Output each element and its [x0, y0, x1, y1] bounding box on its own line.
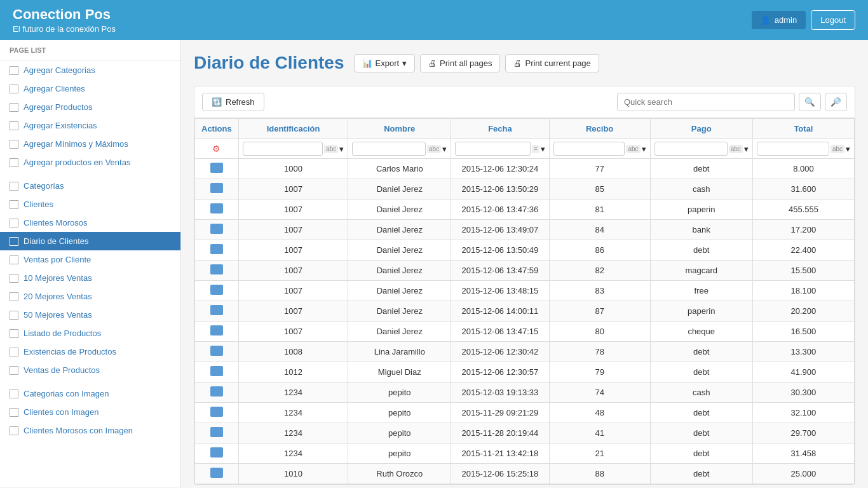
filter-nombre-dropdown[interactable]: ▾ [442, 144, 447, 154]
sidebar-item-clientes-imagen[interactable]: Clientes con Imagen [0, 403, 180, 421]
filter-pago-input[interactable] [654, 142, 728, 156]
row-action-9[interactable] [195, 342, 239, 362]
row-id-12: 1234 [238, 403, 348, 423]
row-icon-4[interactable] [210, 244, 223, 254]
sidebar-item-ventas-productos[interactable]: Ventas de Productos [0, 361, 180, 379]
row-fecha-6: 2015-12-06 13:48:15 [451, 281, 550, 301]
sidebar-item-categorias[interactable]: Categorías [0, 177, 180, 195]
row-icon-5[interactable] [210, 264, 223, 274]
filter-id-dropdown[interactable]: ▾ [339, 144, 344, 154]
row-icon-13[interactable] [210, 427, 223, 437]
row-action-8[interactable] [195, 322, 239, 342]
refresh-button[interactable]: 🔃 Refresh [202, 93, 264, 111]
print-all-button[interactable]: 🖨 Print all pages [420, 54, 500, 72]
col-header-actions[interactable]: Actions [195, 119, 239, 139]
filter-total-input[interactable] [757, 142, 829, 156]
row-icon-6[interactable] [210, 285, 223, 295]
table-row: 1007 Daniel Jerez 2015-12-06 13:48:15 83… [195, 281, 855, 301]
row-action-14[interactable] [195, 444, 239, 464]
sidebar-item-50-mejores[interactable]: 50 Mejores Ventas [0, 306, 180, 324]
sidebar-item-listado-productos[interactable]: Listado de Productos [0, 324, 180, 342]
row-action-11[interactable] [195, 383, 239, 403]
export-button[interactable]: 📊 Export ▾ [354, 54, 416, 72]
row-action-4[interactable] [195, 240, 239, 261]
filter-fecha-dropdown[interactable]: ▾ [541, 144, 545, 154]
sidebar-item-clientes[interactable]: Clientes [0, 195, 180, 214]
col-header-fecha[interactable]: Fecha [451, 119, 550, 139]
sidebar-item-existencias-productos[interactable]: Existencias de Productos [0, 342, 180, 361]
row-action-5[interactable] [195, 261, 239, 281]
filter-recibo-dropdown[interactable]: ▾ [642, 144, 646, 154]
row-icon-12[interactable] [210, 407, 223, 417]
filter-id-input[interactable] [243, 142, 323, 156]
row-total-12: 32.100 [752, 403, 854, 423]
row-action-12[interactable] [195, 403, 239, 423]
sidebar-item-diario-clientes[interactable]: Diario de Clientes [0, 232, 180, 250]
row-fecha-7: 2015-12-06 14:00:11 [451, 301, 550, 322]
row-icon-14[interactable] [210, 447, 223, 458]
col-header-recibo[interactable]: Recibo [549, 119, 650, 139]
filter-pago-dropdown[interactable]: ▾ [744, 144, 749, 154]
sidebar-item-clientes-morosos-imagen[interactable]: Clientes Morosos con Imagen [0, 421, 180, 440]
row-icon-2[interactable] [210, 203, 223, 214]
row-icon-9[interactable] [210, 346, 223, 356]
sidebar-checkbox-agregar-productos-ventas [10, 158, 18, 167]
sidebar-item-ventas-cliente[interactable]: Ventas por Cliente [0, 250, 180, 269]
sidebar-label-agregar-clientes: Agregar Clientes [24, 84, 85, 93]
filter-total-dropdown[interactable]: ▾ [846, 144, 850, 154]
row-recibo-2: 81 [549, 200, 650, 220]
row-action-7[interactable] [195, 301, 239, 322]
table-panel: 🔃 Refresh 🔍 🔎 ActionsIdentificaciónNombr [194, 86, 855, 485]
sidebar-item-agregar-minimos[interactable]: Agregar Mínimos y Máximos [0, 135, 180, 153]
row-action-3[interactable] [195, 220, 239, 240]
row-pago-15: debt [650, 464, 752, 484]
export-caret: ▾ [402, 58, 407, 68]
row-action-13[interactable] [195, 423, 239, 444]
sidebar-label-clientes-imagen: Clientes con Imagen [24, 407, 99, 417]
row-action-10[interactable] [195, 362, 239, 383]
sidebar-item-agregar-categorias[interactable]: Agregar Categorias [0, 61, 180, 79]
row-fecha-4: 2015-12-06 13:50:49 [451, 240, 550, 261]
sidebar-item-agregar-clientes[interactable]: Agregar Clientes [0, 79, 180, 98]
sidebar-item-categorias-imagen[interactable]: Categorias con Imagen [0, 384, 180, 403]
logout-button[interactable]: Logout [811, 10, 855, 30]
col-header-total[interactable]: Total [752, 119, 854, 139]
row-icon-3[interactable] [210, 224, 223, 234]
col-header-pago[interactable]: Pago [650, 119, 752, 139]
row-icon-7[interactable] [210, 305, 223, 315]
row-icon-10[interactable] [210, 366, 223, 376]
row-icon-0[interactable] [210, 163, 223, 173]
row-action-15[interactable] [195, 464, 239, 484]
row-icon-8[interactable] [210, 325, 223, 336]
row-action-0[interactable] [195, 159, 239, 179]
row-icon-11[interactable] [210, 386, 223, 396]
sidebar-item-agregar-productos-ventas[interactable]: Agregar productos en Ventas [0, 153, 180, 172]
sidebar-item-20-mejores[interactable]: 20 Mejores Ventas [0, 287, 180, 306]
row-recibo-12: 48 [549, 403, 650, 423]
sidebar-item-clientes-morosos[interactable]: Clientes Morosos [0, 214, 180, 232]
row-action-2[interactable] [195, 200, 239, 220]
search-button[interactable]: 🔍 [799, 93, 821, 111]
sidebar-label-agregar-existencias: Agregar Existencias [24, 121, 97, 130]
row-recibo-8: 80 [549, 322, 650, 342]
filter-recibo-input[interactable] [553, 142, 625, 156]
filter-fecha-input[interactable] [455, 142, 531, 156]
filter-nombre-input[interactable] [352, 142, 426, 156]
advanced-search-button[interactable]: 🔎 [825, 93, 847, 111]
sidebar-item-10-mejores[interactable]: 10 Mejores Ventas [0, 269, 180, 287]
col-header-identificación[interactable]: Identificación [238, 119, 348, 139]
row-icon-1[interactable] [210, 183, 223, 193]
sidebar-item-agregar-existencias[interactable]: Agregar Existencias [0, 116, 180, 135]
row-icon-15[interactable] [210, 468, 223, 478]
filter-reset-icon[interactable]: ⚙ [212, 144, 220, 154]
admin-button[interactable]: 👤 admin [752, 11, 806, 29]
row-nombre-12: pepito [348, 403, 451, 423]
row-action-1[interactable] [195, 179, 239, 200]
search-input[interactable] [617, 93, 795, 111]
print-all-icon: 🖨 [428, 58, 437, 68]
col-header-nombre[interactable]: Nombre [348, 119, 451, 139]
print-current-button[interactable]: 🖨 Print current page [505, 54, 599, 72]
sidebar-item-agregar-productos[interactable]: Agregar Productos [0, 98, 180, 116]
sidebar-label-categorias: Categorías [24, 181, 64, 191]
row-action-6[interactable] [195, 281, 239, 301]
